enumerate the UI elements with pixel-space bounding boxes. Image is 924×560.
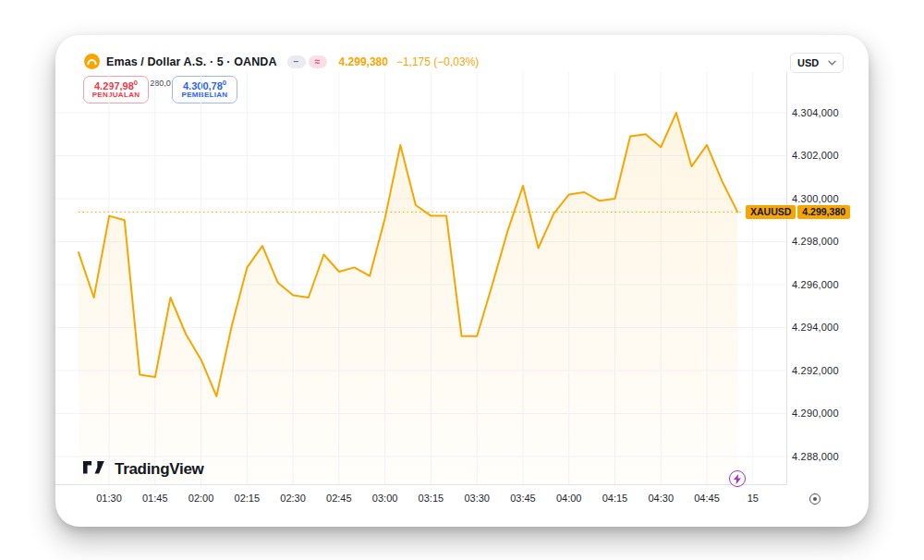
price-axis-label: 4.292,000 [792, 365, 839, 376]
hide-symbol-pill[interactable]: − [287, 55, 306, 68]
price-axis-label: 4.300,000 [792, 193, 839, 204]
time-axis-label: 02:15 [226, 493, 267, 504]
target-dot-icon [813, 497, 817, 501]
symbol-title: Emas / Dollar A.S. · 5 · OANDA [106, 55, 277, 68]
symbol-header: Emas / Dollar A.S. · 5 · OANDA − ≈ 4.299… [84, 54, 479, 69]
time-axis-label: 03:00 [365, 493, 406, 504]
time-axis-label: 02:00 [181, 493, 222, 504]
price-axis-label: 4.304,000 [792, 107, 839, 118]
price-area-fill [79, 113, 737, 485]
symbol-badge: XAUUSD [746, 205, 796, 219]
compare-symbol-pill[interactable]: ≈ [309, 55, 327, 68]
time-axis-label: 01:45 [135, 493, 176, 504]
currency-select[interactable]: USD [790, 53, 844, 73]
price-axis-label: 4.290,000 [792, 408, 839, 419]
time-axis-label: 03:15 [410, 493, 451, 504]
time-axis-label: 04:30 [640, 493, 681, 504]
price-axis-label: 4.302,000 [792, 150, 839, 161]
time-axis-label: 01:30 [89, 493, 129, 504]
symbol-pill-buttons: − ≈ [287, 55, 327, 68]
time-axis-label: 03:45 [503, 493, 543, 504]
time-axis-label: 03:30 [456, 493, 497, 504]
time-axis-label: 15 [733, 493, 773, 504]
currency-value: USD [797, 57, 819, 68]
realtime-lightning-button[interactable] [729, 470, 746, 487]
scroll-to-realtime-button[interactable] [809, 493, 821, 505]
price-axis-label: 4.288,000 [792, 451, 839, 462]
tradingview-logo-icon [83, 459, 108, 479]
price-axis-label: 4.296,000 [792, 279, 839, 290]
tradingview-widget-card: Emas / Dollar A.S. · 5 · OANDA − ≈ 4.299… [55, 35, 869, 527]
time-axis-label: 02:45 [319, 493, 359, 504]
time-axis-label: 04:00 [549, 493, 590, 504]
time-axis-label: 02:30 [273, 493, 313, 504]
price-change: −1,175 (−0,03%) [396, 55, 479, 68]
chevron-down-icon [828, 60, 836, 66]
current-price-badges: XAUUSD 4.299,380 [746, 205, 850, 219]
gold-coin-icon [84, 54, 100, 69]
time-axis-label: 04:15 [594, 493, 635, 504]
price-axis-label: 4.298,000 [792, 236, 839, 247]
current-price-badge: 4.299,380 [797, 205, 850, 219]
price-axis-label: 4.294,000 [792, 322, 839, 333]
tradingview-logo-text: TradingView [115, 460, 204, 479]
tradingview-logo-link[interactable]: TradingView [83, 459, 204, 479]
price-chart-canvas[interactable] [55, 72, 787, 485]
time-axis-label: 04:45 [687, 493, 727, 504]
last-price: 4.299,380 [339, 55, 388, 68]
lightning-icon [734, 474, 741, 484]
